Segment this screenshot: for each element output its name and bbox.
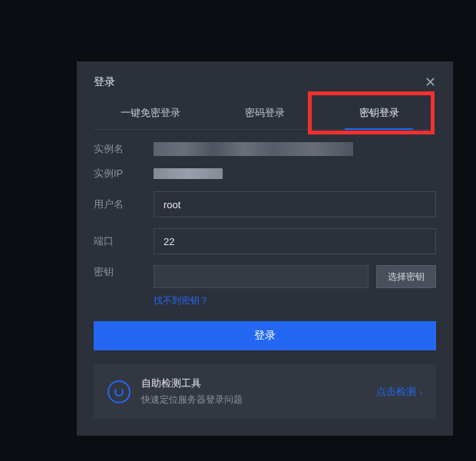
port-label: 端口 [94,234,154,248]
instance-name-row: 实例名 [94,142,436,156]
close-icon[interactable]: ✕ [425,75,436,89]
detect-action-label: 点击检测 [376,385,416,399]
instance-ip-value-redacted [154,168,223,179]
modal-header: 登录 ✕ [77,61,453,97]
login-modal: 登录 ✕ 一键免密登录 密码登录 密钥登录 实例名 实例IP 用户名 端口 密钥 [77,61,453,436]
username-row: 用户名 [94,191,436,217]
port-input[interactable] [154,228,436,254]
port-row: 端口 [94,228,436,254]
detect-title: 自助检测工具 [141,376,365,390]
instance-ip-row: 实例IP [94,167,436,181]
username-label: 用户名 [94,197,154,211]
select-key-button[interactable]: 选择密钥 [376,265,436,288]
tab-key-login[interactable]: 密钥登录 [322,97,436,129]
key-row: 密钥 选择密钥 找不到密钥？ [94,265,436,307]
instance-ip-label: 实例IP [94,167,154,181]
self-detect-box: 自助检测工具 快速定位服务器登录问题 点击检测 › [94,364,436,419]
find-key-link[interactable]: 找不到密钥？ [154,294,436,307]
login-button[interactable]: 登录 [94,321,436,350]
modal-title: 登录 [94,75,115,89]
username-input[interactable] [154,191,436,217]
key-display[interactable] [154,265,369,288]
chevron-right-icon: › [419,387,422,396]
login-tabs: 一键免密登录 密码登录 密钥登录 [94,97,436,130]
detect-action-link[interactable]: 点击检测 › [376,385,422,399]
key-label: 密钥 [94,265,154,279]
login-form: 实例名 实例IP 用户名 端口 密钥 选择密钥 找不到密钥？ [77,130,453,307]
tab-password-login[interactable]: 密码登录 [208,97,322,129]
power-icon [107,380,131,403]
instance-name-value-redacted [154,142,353,156]
tab-quick-login[interactable]: 一键免密登录 [94,97,208,129]
instance-name-label: 实例名 [94,142,154,156]
detect-subtitle: 快速定位服务器登录问题 [141,393,365,406]
